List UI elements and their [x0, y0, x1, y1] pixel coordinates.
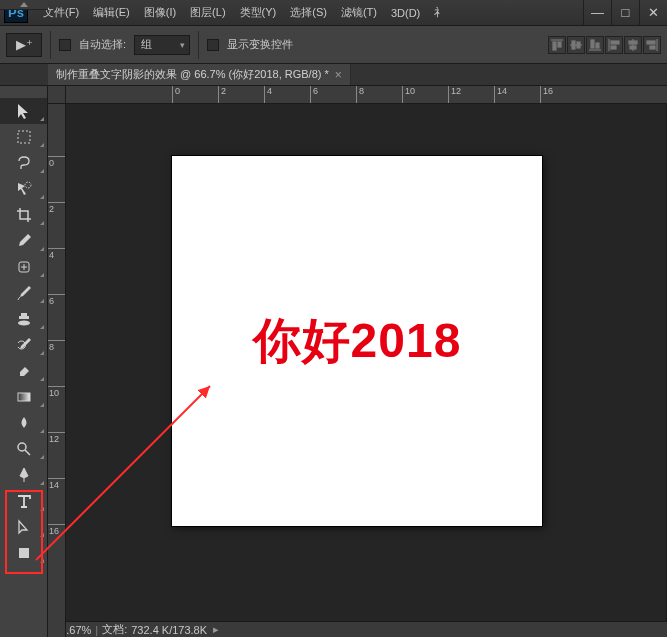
align-bottom-icon[interactable]	[586, 36, 604, 54]
menu-filter[interactable]: 滤镜(T)	[334, 0, 384, 25]
crop-tool[interactable]	[0, 202, 47, 228]
viewport[interactable]: 你好2018	[66, 104, 667, 621]
flyout-indicator-icon	[40, 559, 44, 563]
flyout-indicator-icon	[40, 403, 44, 407]
flyout-indicator-icon	[40, 299, 44, 303]
ruler-tick: 10	[402, 86, 415, 103]
flyout-indicator-icon	[40, 429, 44, 433]
gradient-tool[interactable]	[0, 384, 47, 410]
ruler-origin[interactable]	[48, 86, 66, 104]
doc-info-flyout-icon[interactable]: ▸	[213, 623, 219, 636]
flyout-indicator-icon	[40, 377, 44, 381]
shape-tool[interactable]	[0, 540, 47, 566]
options-bar: ▶⁺ 自动选择: 组 显示变换控件	[0, 26, 667, 64]
svg-rect-10	[611, 41, 619, 44]
close-button[interactable]: ✕	[639, 0, 667, 25]
ruler-vertical[interactable]: 0 2 4 6 8 10 12 14 16	[48, 104, 66, 637]
svg-rect-2	[558, 42, 561, 47]
align-right-icon[interactable]	[643, 36, 661, 54]
menu-type[interactable]: 类型(Y)	[233, 0, 284, 25]
menu-bar: Ps 文件(F) 编辑(E) 图像(I) 图层(L) 类型(Y) 选择(S) 滤…	[0, 0, 667, 26]
quick-select-tool[interactable]	[0, 176, 47, 202]
menu-image[interactable]: 图像(I)	[137, 0, 183, 25]
ruler-tick: 4	[264, 86, 272, 103]
blur-tool[interactable]	[0, 410, 47, 436]
tool-preset-picker[interactable]: ▶⁺	[6, 33, 42, 57]
divider	[198, 31, 199, 59]
flyout-indicator-icon	[40, 533, 44, 537]
svg-rect-11	[611, 46, 616, 49]
move-tool[interactable]	[0, 98, 47, 124]
svg-point-23	[18, 443, 26, 451]
divider	[50, 31, 51, 59]
doc-info-value[interactable]: 732.4 K/173.8K	[131, 624, 207, 636]
menu-layer[interactable]: 图层(L)	[183, 0, 232, 25]
flyout-indicator-icon	[40, 455, 44, 459]
flyout-indicator-icon	[40, 507, 44, 511]
svg-rect-17	[650, 46, 655, 49]
ruler-horizontal[interactable]: 0 2 4 6 8 10 12 14 16	[66, 86, 667, 104]
auto-select-label: 自动选择:	[79, 37, 126, 52]
document-canvas[interactable]: 你好2018	[172, 156, 542, 526]
menu-select[interactable]: 选择(S)	[283, 0, 334, 25]
status-bar: 66.67% | 文档: 732.4 K/173.8K ▸	[48, 621, 667, 637]
document-tab[interactable]: 制作重叠文字阴影的效果 @ 66.7% (你好2018, RGB/8) * ×	[48, 64, 351, 85]
eyedropper-tool[interactable]	[0, 228, 47, 254]
ruler-tick: 12	[48, 432, 65, 444]
flyout-indicator-icon	[40, 481, 44, 485]
flyout-indicator-icon	[40, 247, 44, 251]
ruler-tick: 8	[48, 340, 65, 352]
auto-select-target-dropdown[interactable]: 组	[134, 35, 190, 55]
eraser-tool[interactable]	[0, 358, 47, 384]
ruler-tick: 0	[172, 86, 180, 103]
text-layer[interactable]: 你好2018	[253, 309, 462, 373]
document-tab-strip: 制作重叠文字阴影的效果 @ 66.7% (你好2018, RGB/8) * ×	[0, 64, 667, 86]
svg-line-24	[25, 450, 30, 455]
menu-edit[interactable]: 编辑(E)	[86, 0, 137, 25]
ruler-tick: 6	[310, 86, 318, 103]
path-select-tool[interactable]	[0, 514, 47, 540]
menu-3d[interactable]: 3D(D)	[384, 0, 427, 25]
svg-rect-22	[18, 393, 30, 401]
align-hcenter-icon[interactable]	[624, 36, 642, 54]
ruler-tick: 12	[448, 86, 461, 103]
dodge-tool[interactable]	[0, 436, 47, 462]
svg-rect-5	[577, 42, 580, 48]
marquee-tool[interactable]	[0, 124, 47, 150]
minimize-button[interactable]: —	[583, 0, 611, 25]
maximize-button[interactable]: □	[611, 0, 639, 25]
ruler-tick: 10	[48, 386, 65, 398]
flyout-indicator-icon	[40, 195, 44, 199]
pen-tool[interactable]	[0, 462, 47, 488]
main-area: 0 2 4 6 8 10 12 14 16 0 2 4 6 8 10 12 14…	[0, 86, 667, 637]
clone-stamp-tool[interactable]	[0, 306, 47, 332]
svg-rect-25	[19, 548, 29, 558]
tools-panel-collapse-handle[interactable]	[0, 0, 48, 10]
auto-select-checkbox[interactable]	[59, 39, 71, 51]
brush-tool[interactable]	[0, 280, 47, 306]
align-vcenter-icon[interactable]	[567, 36, 585, 54]
align-buttons	[548, 36, 661, 54]
svg-rect-14	[630, 46, 636, 49]
healing-brush-tool[interactable]	[0, 254, 47, 280]
ruler-tick: 14	[494, 86, 507, 103]
svg-point-21	[18, 321, 30, 326]
svg-rect-13	[629, 41, 637, 44]
document-tab-close-icon[interactable]: ×	[335, 68, 342, 82]
align-top-icon[interactable]	[548, 36, 566, 54]
history-brush-tool[interactable]	[0, 332, 47, 358]
ruler-tick: 16	[48, 524, 65, 536]
flyout-indicator-icon	[40, 169, 44, 173]
svg-rect-1	[553, 42, 556, 50]
lasso-tool[interactable]	[0, 150, 47, 176]
svg-rect-16	[647, 41, 655, 44]
align-left-icon[interactable]	[605, 36, 623, 54]
menu-trunc[interactable]: 礻	[427, 0, 452, 25]
document-tab-title: 制作重叠文字阴影的效果 @ 66.7% (你好2018, RGB/8) *	[56, 67, 329, 82]
svg-rect-8	[596, 43, 599, 48]
ruler-tick: 0	[48, 156, 65, 168]
show-transform-controls-checkbox[interactable]	[207, 39, 219, 51]
show-transform-controls-label: 显示变换控件	[227, 37, 293, 52]
type-tool[interactable]	[0, 488, 47, 514]
divider: |	[95, 624, 98, 636]
